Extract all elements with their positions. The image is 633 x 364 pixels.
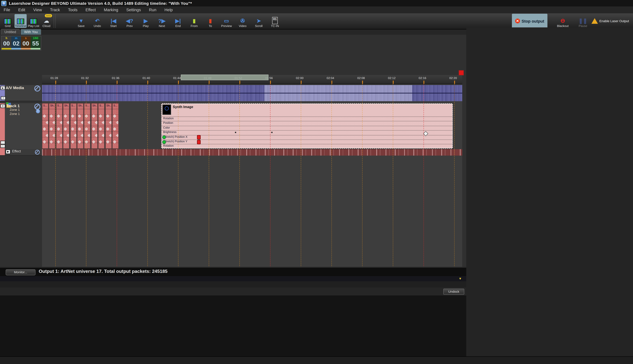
toolbar-play-button[interactable]: ▶Play [138,14,153,28]
keyframe-diamond [92,140,95,144]
blackout-button[interactable]: ⊖Blackout [552,14,573,28]
status-bar [0,356,633,364]
event-block[interactable]: S... [70,103,77,149]
keyframe-diamond [92,114,95,118]
menu-settings[interactable]: Settings [125,7,142,12]
toolbar-next-button[interactable]: ?▶Next [154,14,169,28]
main-toolbar: GridTimelinePlay List☁betaCloud▼Save↶Und… [0,13,633,30]
ruler-range-indicator[interactable] [181,74,269,80]
menu-track[interactable]: Track [49,7,61,12]
toolbar-label: TC-IN [271,24,279,28]
solo-checkbox[interactable] [1,141,5,144]
timeline-tab-with-you[interactable]: With You [21,29,41,35]
keyframe-diamond [71,114,74,118]
track-header-a-v-media[interactable]: ▶A/V Media▪ [0,85,42,101]
toolbar-from-button[interactable]: ▮From [186,14,202,28]
toolbar-play-list-button[interactable]: Play List [28,14,40,28]
keyframe-diamond [64,127,67,131]
disable-icon[interactable] [35,150,40,154]
info-icon[interactable]: ! [36,109,40,113]
synth-image-event[interactable]: Synth ImageRotationPositionColorBrightne… [161,103,453,149]
media-box[interactable]: ▪ [1,96,6,100]
toolbar-preview-button[interactable]: ▭Preview [219,14,234,28]
keyframe-diamond [60,121,63,124]
toolbar-save-button[interactable]: ▼Save [74,14,89,28]
event-label: S... [43,104,47,107]
enable-laser-output-button[interactable]: Enable Laser Output [590,14,629,28]
menu-tools[interactable]: Tools [67,7,79,12]
ruler-label: 02:00 [296,76,304,80]
monitor-button[interactable]: Monitor... [6,269,36,275]
undock-button[interactable]: Undock [443,288,464,294]
ruler-tick [239,81,240,84]
effect-subtrack-header[interactable]: ▶Effect [5,149,42,156]
toolbar-scroll-button[interactable]: ➤Scroll [251,14,266,28]
toolbar-prev-button[interactable]: ◀?Prev [122,14,137,28]
record-indicator[interactable] [459,70,464,76]
pause-icon: ❚❚ [578,18,587,24]
toolbar-timeline-button[interactable]: Timeline [15,14,27,28]
keyframe-diamond [57,140,60,144]
toolbar-grid-button[interactable]: Grid [2,14,14,28]
toolbar-video-button[interactable]: ✇Video [235,14,250,28]
toolbar-cloud-button[interactable]: ☁betaCloud [40,14,52,28]
time-value: 00 [21,40,31,47]
time-value: 00 [2,40,11,47]
synth-image-label: Synth Image [173,105,193,109]
keyframe-diamond [81,121,84,124]
collapse-arrow-icon[interactable]: ▼ [459,277,462,280]
toolbar-label: Grid [5,24,11,28]
event-block[interactable]: S... [84,103,91,149]
expand-button[interactable]: ▼ [1,104,5,108]
toolbar-end-button[interactable]: ▶|End [170,14,186,28]
toolbar-undo-button[interactable]: ↶Undo [90,14,105,28]
menu-edit[interactable]: Edit [17,7,26,12]
time-unit-label: m [11,36,21,40]
grid-icon [4,18,12,24]
event-block[interactable]: Sh... [105,103,112,149]
menu-effect[interactable]: Effect [84,7,97,12]
play-icon: ▶ [144,18,148,24]
event-block[interactable]: Sh... [49,103,56,149]
ruler-tick [424,81,425,84]
beta-badge: beta [45,14,52,17]
keyframe-pin[interactable] [197,135,201,140]
toolbar-label: Next [159,24,165,28]
menu-run[interactable]: Run [148,7,158,12]
disable-icon[interactable] [34,104,40,110]
workspace-toolbar: Undock [0,288,466,296]
disable-icon[interactable] [34,86,40,92]
waveform-centerline [42,93,462,94]
keyframe-pin[interactable] [197,140,201,144]
play-icon[interactable]: ▶ [6,150,11,154]
menu-file[interactable]: File [3,7,12,12]
pause-button[interactable]: ❚❚Pause [575,14,591,28]
menu-view[interactable]: View [32,7,43,12]
event-block[interactable]: Sh... [91,103,98,149]
event-block[interactable]: Sh... [77,103,84,149]
time-underline [21,48,31,50]
event-block[interactable]: S... [42,103,48,149]
av-waveform[interactable] [42,85,462,101]
keyframe-diamond [78,127,81,131]
save-icon: ▼ [79,18,84,24]
panel-splitter[interactable]: ▼ [0,276,466,281]
menu-marking[interactable]: Marking [103,7,119,12]
event-block[interactable]: S... [56,103,63,149]
timeline-tab-untitled[interactable]: Untitled [1,29,20,35]
toolbar-start-button[interactable]: |◀Start [106,14,121,28]
track-header-track-1[interactable]: ▼−Track 1Zone 1Zone 1! [0,103,42,156]
keyframe-diamond [53,121,56,124]
toolbar-tc-in-button[interactable]: 01TC-IN [267,14,283,28]
event-block[interactable]: S... [112,103,119,149]
expand-button[interactable]: ▶ [1,86,5,90]
menu-help[interactable]: Help [163,7,174,12]
toolbar-label: Undo [94,24,101,28]
output-bar: Monitor... Output 1: ArtNet universe 17.… [0,267,466,277]
mute-checkbox[interactable]: − [1,144,5,148]
event-block[interactable]: Sh... [63,103,70,149]
toolbar-to-button[interactable]: ▮To [203,14,218,28]
stop-output-button[interactable]: ✕Stop output [512,14,547,28]
event-block[interactable]: S... [98,103,105,149]
toolbar-label: Cloud [43,24,50,28]
